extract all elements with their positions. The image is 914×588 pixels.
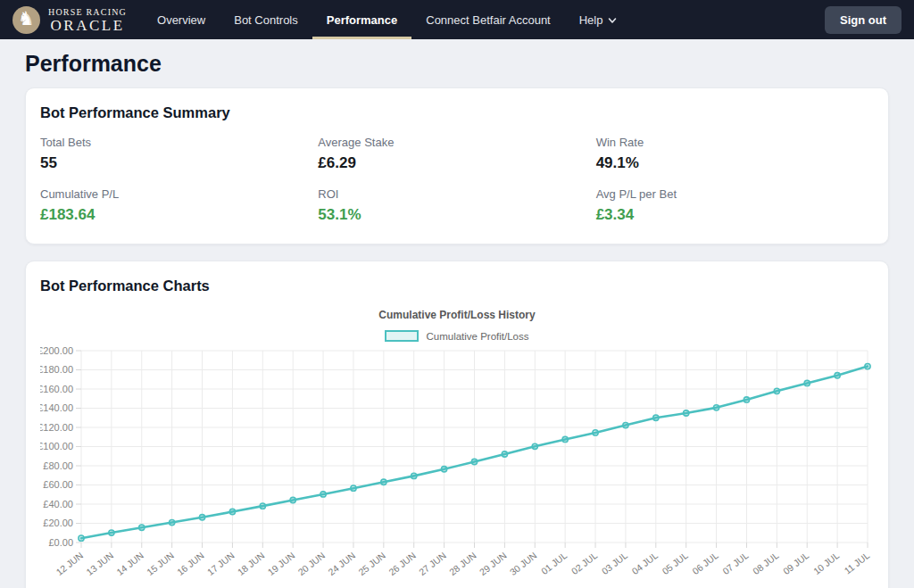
x-axis-tick-label: 02 JUL <box>569 550 600 576</box>
stat-value: £6.29 <box>318 154 595 172</box>
charts-card-title: Bot Performance Charts <box>40 277 874 294</box>
y-axis-tick-label: £200.00 <box>40 345 73 356</box>
data-point[interactable] <box>471 459 477 464</box>
nav-item-label: Help <box>579 13 603 27</box>
profit-loss-line-chart[interactable]: £0.00£20.00£40.00£60.00£80.00£100.00£120… <box>40 345 876 588</box>
nav-item-help[interactable]: Help <box>565 0 632 39</box>
nav-item-bot-controls[interactable]: Bot Controls <box>220 0 312 39</box>
nav-item-connect-betfair[interactable]: Connect Betfair Account <box>411 0 564 39</box>
legend-color-swatch <box>385 330 419 342</box>
signout-wrap: Sign out <box>825 0 902 39</box>
chart-title: Cumulative Profit/Loss History <box>40 309 874 321</box>
stat-value: 49.1% <box>596 154 874 172</box>
x-axis-tick-label: 30 JUN <box>508 550 539 577</box>
y-axis-tick-label: £80.00 <box>43 460 73 471</box>
page-title: Performance <box>25 51 889 77</box>
data-point[interactable] <box>653 415 659 420</box>
y-axis-tick-label: £20.00 <box>43 518 73 528</box>
y-axis-tick-label: £0.00 <box>48 537 73 548</box>
x-axis-tick-label: 24 JUN <box>326 550 357 577</box>
data-point[interactable] <box>229 509 235 514</box>
data-point[interactable] <box>865 363 870 369</box>
stat-label: ROI <box>318 187 595 201</box>
data-point[interactable] <box>774 388 779 393</box>
stat-total-bets: Total Bets55 <box>40 136 318 172</box>
stat-average-stake: Average Stake£6.29 <box>318 136 595 172</box>
top-navbar: ♞ HORSE RACING ORACLE Overview Bot Contr… <box>0 0 914 39</box>
x-axis-tick-label: 09 JUL <box>781 550 811 576</box>
chevron-down-icon <box>608 16 617 25</box>
stat-label: Total Bets <box>40 136 318 149</box>
data-point[interactable] <box>593 430 598 435</box>
stat-roi: ROI53.1% <box>318 187 595 224</box>
brand-name: HORSE RACING ORACLE <box>48 7 127 33</box>
data-point[interactable] <box>260 503 265 509</box>
data-point[interactable] <box>411 473 417 478</box>
y-axis-tick-label: £120.00 <box>40 422 73 433</box>
x-axis-tick-label: 13 JUN <box>84 550 115 577</box>
brand-line2: ORACLE <box>48 18 127 33</box>
y-axis-tick-label: £140.00 <box>40 402 73 413</box>
data-point[interactable] <box>79 535 84 541</box>
data-point[interactable] <box>532 443 537 449</box>
x-axis-tick-label: 15 JUN <box>145 550 176 577</box>
data-point[interactable] <box>320 492 326 497</box>
data-point[interactable] <box>442 467 447 472</box>
x-axis-tick-label: 19 JUN <box>265 550 296 577</box>
x-axis-tick-label: 14 JUN <box>114 550 145 577</box>
nav-item-performance[interactable]: Performance <box>312 0 411 39</box>
stat-cumulative-p-l: Cumulative P/L£183.64 <box>40 187 318 224</box>
x-axis-tick-label: 29 JUN <box>478 550 509 577</box>
data-point[interactable] <box>744 397 749 402</box>
stat-avg-p-l-per-bet: Avg P/L per Bet£3.34 <box>596 187 874 224</box>
brand-logo[interactable]: ♞ HORSE RACING ORACLE <box>12 0 127 39</box>
data-point[interactable] <box>351 485 356 491</box>
nav-item-overview[interactable]: Overview <box>143 0 220 39</box>
summary-card: Bot Performance Summary Total Bets55Aver… <box>25 87 889 244</box>
stat-value: 53.1% <box>318 206 595 224</box>
x-axis-tick-label: 18 JUN <box>236 550 267 577</box>
x-axis-tick-label: 26 JUN <box>386 550 418 577</box>
stat-value: £183.64 <box>40 206 318 224</box>
x-axis-tick-label: 08 JUL <box>751 550 781 576</box>
nav-item-label: Performance <box>327 13 397 27</box>
stat-win-rate: Win Rate49.1% <box>596 136 874 172</box>
stat-value: 55 <box>40 154 318 172</box>
data-point[interactable] <box>381 479 386 484</box>
x-axis-tick-label: 05 JUL <box>660 550 690 576</box>
y-axis-tick-label: £180.00 <box>40 364 73 375</box>
data-point[interactable] <box>713 405 719 410</box>
data-point[interactable] <box>684 410 689 416</box>
stat-label: Average Stake <box>318 136 595 149</box>
x-axis-tick-label: 04 JUL <box>629 550 660 576</box>
sign-out-button[interactable]: Sign out <box>825 6 902 34</box>
stat-label: Avg P/L per Bet <box>596 187 874 201</box>
main-nav: Overview Bot Controls Performance Connec… <box>143 0 631 39</box>
y-axis-tick-label: £100.00 <box>40 441 73 451</box>
stats-grid: Total Bets55Average Stake£6.29Win Rate49… <box>40 136 874 229</box>
y-axis-tick-label: £60.00 <box>43 479 73 490</box>
x-axis-tick-label: 28 JUN <box>447 550 478 577</box>
stat-value: £3.34 <box>596 206 874 224</box>
nav-item-label: Overview <box>157 13 205 27</box>
x-axis-tick-label: 17 JUN <box>205 550 237 577</box>
x-axis-tick-label: 16 JUN <box>175 550 206 577</box>
data-point[interactable] <box>562 436 568 442</box>
data-point[interactable] <box>623 422 628 427</box>
data-point[interactable] <box>290 497 295 502</box>
stat-label: Win Rate <box>596 136 874 149</box>
data-point[interactable] <box>109 530 114 535</box>
data-point[interactable] <box>199 515 204 520</box>
data-point[interactable] <box>804 380 810 385</box>
x-axis-tick-label: 10 JUL <box>811 550 842 576</box>
chart-legend-item[interactable]: Cumulative Profit/Loss <box>40 330 874 342</box>
chart-gridlines <box>81 351 868 542</box>
x-axis-tick-label: 11 JUL <box>842 550 871 576</box>
data-point[interactable] <box>139 525 145 530</box>
data-point[interactable] <box>835 373 840 378</box>
data-point[interactable] <box>502 451 507 457</box>
data-point[interactable] <box>170 519 175 525</box>
nav-spacer <box>631 0 825 39</box>
nav-item-label: Bot Controls <box>234 13 298 27</box>
y-axis-tick-label: £40.00 <box>43 499 73 509</box>
